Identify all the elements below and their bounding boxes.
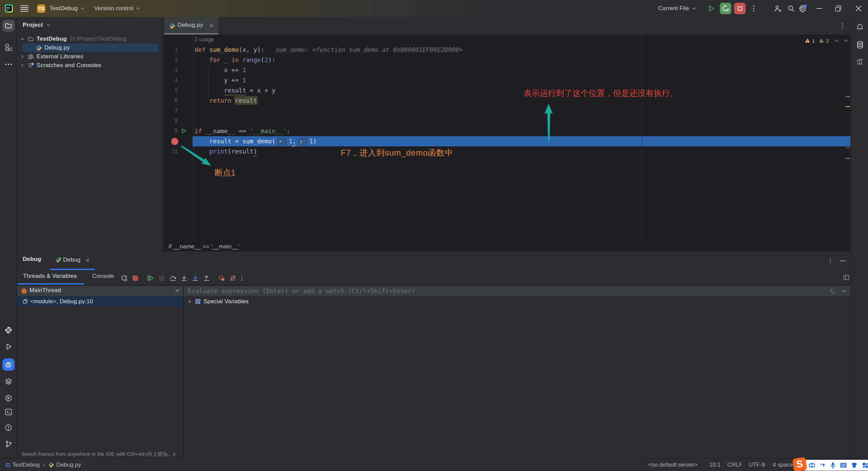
- code-line-10[interactable]: result = sum_demo(x:1,y:1): [193, 136, 850, 146]
- line-number-2[interactable]: 2: [164, 55, 178, 65]
- evaluate-expression-bar[interactable]: Evaluate expression (Enter) or add a wat…: [184, 286, 850, 296]
- code-line-9[interactable]: if __name__ == '__main__':: [193, 126, 850, 136]
- run-line-icon[interactable]: [181, 128, 186, 134]
- code-line-11[interactable]: print(result): [193, 146, 850, 157]
- tool-terminal-button[interactable]: [2, 406, 15, 418]
- tab-close-icon[interactable]: [86, 259, 90, 262]
- next-problem-icon[interactable]: [844, 39, 848, 42]
- sogou-lang-icon[interactable]: [809, 462, 815, 469]
- tip-close-icon[interactable]: [172, 452, 176, 456]
- layout-settings-icon[interactable]: [843, 274, 849, 281]
- sogou-punctuation-icon[interactable]: [820, 462, 826, 469]
- status-breadcrumb[interactable]: TestDebug Debug.py: [6, 458, 81, 471]
- mute-breakpoints-icon[interactable]: [229, 274, 237, 282]
- code-line-8[interactable]: [193, 116, 850, 126]
- line-number-5[interactable]: 5: [164, 85, 178, 96]
- run-button[interactable]: [707, 0, 715, 17]
- status-file[interactable]: Debug.py: [56, 462, 81, 468]
- tab-close-icon[interactable]: [210, 24, 214, 28]
- tool-debug-button[interactable]: [2, 359, 15, 371]
- force-step-into-icon[interactable]: [192, 274, 199, 282]
- stop-icon[interactable]: [132, 274, 139, 282]
- line-number-8[interactable]: 8: [164, 116, 178, 126]
- prev-problem-icon[interactable]: [834, 39, 839, 42]
- thread-selector[interactable]: MainThread: [17, 286, 183, 296]
- scroll-mark-breakpoint[interactable]: [846, 147, 850, 148]
- project-panel-header[interactable]: Project: [23, 22, 50, 28]
- stop-button[interactable]: [734, 3, 746, 14]
- window-restore-button[interactable]: [835, 0, 842, 17]
- tool-structure-button[interactable]: [2, 41, 15, 54]
- special-variables-row[interactable]: Special Variables: [184, 296, 850, 306]
- step-out-icon[interactable]: [203, 274, 210, 282]
- tool-database-button[interactable]: [854, 39, 866, 51]
- project-widget[interactable]: TD TestDebug: [37, 0, 84, 17]
- tree-row-project-root[interactable]: TestDebug D:\Project\TestDebug: [17, 35, 163, 43]
- view-breakpoints-icon[interactable]: [218, 274, 225, 282]
- frame-row-module[interactable]: <module>, Debug.py:10: [17, 296, 183, 306]
- tab-threads-variables[interactable]: Threads & Variables: [23, 273, 77, 280]
- debug-options-kebab-icon[interactable]: [829, 258, 832, 264]
- sogou-skin-icon[interactable]: [851, 462, 857, 469]
- code-line-2[interactable]: for _ in range(2):: [193, 55, 850, 65]
- hide-tool-window-icon[interactable]: [840, 260, 846, 262]
- step-over-icon[interactable]: [169, 274, 177, 282]
- tab-debug-py[interactable]: Debug.py: [164, 17, 218, 35]
- sogou-input-toolbar[interactable]: [804, 460, 868, 471]
- tool-services-button[interactable]: [2, 392, 15, 404]
- step-into-icon[interactable]: [180, 274, 188, 282]
- sogou-logo[interactable]: S: [792, 457, 807, 471]
- code-line-1[interactable]: def sum_demo(x, y): sum_demo: <function …: [193, 45, 850, 55]
- tabbar-more-icon[interactable]: [841, 23, 844, 29]
- code-line-4[interactable]: y += 1: [193, 75, 850, 85]
- scroll-mark-weak-warning2[interactable]: [846, 158, 850, 159]
- line-number-1[interactable]: 1: [164, 45, 178, 55]
- tree-row-external-libraries[interactable]: External Libraries: [17, 52, 163, 61]
- more-tool-windows-button[interactable]: [2, 58, 15, 70]
- status-line-separator[interactable]: CRLF: [727, 458, 742, 471]
- more-actions-button[interactable]: [751, 0, 756, 17]
- toolbar-kebab-icon[interactable]: [240, 275, 243, 281]
- rerun-debug-icon[interactable]: [120, 274, 128, 282]
- tool-problems-button[interactable]: [2, 422, 15, 434]
- tree-row-debug-py[interactable]: Debug.py: [17, 43, 163, 52]
- status-server[interactable]: <no default server>: [648, 458, 697, 471]
- scroll-mark-weak-warning[interactable]: [846, 96, 850, 97]
- code-line-5[interactable]: result = x + y: [193, 85, 850, 96]
- search-everywhere-button[interactable]: [787, 0, 795, 17]
- window-minimize-button[interactable]: [816, 0, 823, 17]
- line-number-6[interactable]: 6: [164, 96, 178, 106]
- code-area[interactable]: 1 usage 12345678911 def sum_demo(x, y): …: [164, 35, 850, 242]
- code-line-3[interactable]: x += 1: [193, 65, 850, 75]
- sogou-toolbox-icon[interactable]: [862, 462, 868, 469]
- window-close-button[interactable]: [855, 0, 862, 17]
- breadcrumb-scope[interactable]: if __name__ == '__main__': [169, 243, 239, 250]
- tool-services-layers-button[interactable]: [2, 375, 15, 388]
- line-number-9[interactable]: 9: [164, 126, 178, 136]
- run-configuration-selector[interactable]: Current File: [658, 0, 696, 17]
- breakpoint-dot[interactable]: [171, 138, 178, 145]
- inspections-widget[interactable]: 1 2: [805, 37, 848, 44]
- tool-run-button[interactable]: [2, 341, 15, 353]
- pause-program-icon[interactable]: [158, 274, 165, 282]
- debug-panel-splitter[interactable]: [183, 285, 184, 458]
- usages-inlay-hint[interactable]: 1 usage: [195, 35, 214, 45]
- status-encoding[interactable]: UTF-8: [749, 458, 765, 471]
- notifications-button[interactable]: [854, 21, 866, 34]
- line-number-3[interactable]: 3: [164, 65, 178, 75]
- scroll-mark-warning[interactable]: [846, 106, 850, 107]
- debug-session-tab[interactable]: Debug: [50, 251, 95, 270]
- tool-project-button[interactable]: [2, 20, 15, 32]
- rerun-debug-button[interactable]: [720, 3, 731, 14]
- tree-row-scratches[interactable]: Scratches and Consoles: [17, 61, 163, 70]
- code-with-me-button[interactable]: [773, 0, 782, 17]
- status-caret-position[interactable]: 10:1: [709, 458, 721, 471]
- tool-vcs-button[interactable]: [2, 438, 15, 450]
- breadcrumbs-bar[interactable]: if __name__ == '__main__': [164, 242, 850, 251]
- sogou-voice-icon[interactable]: [830, 462, 836, 469]
- code-line-7[interactable]: [193, 106, 850, 116]
- vcs-widget[interactable]: Version control: [94, 0, 140, 17]
- line-number-4[interactable]: 4: [164, 75, 178, 85]
- resume-program-icon[interactable]: [147, 274, 154, 282]
- code-line-6[interactable]: return result: [193, 96, 850, 106]
